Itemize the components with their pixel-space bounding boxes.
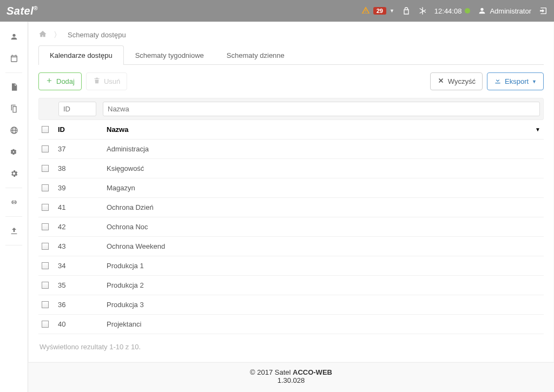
nav-users[interactable] (0, 26, 28, 48)
unlock-icon[interactable] (402, 6, 411, 15)
calendar-icon (10, 54, 18, 63)
status-dot-icon (465, 8, 470, 14)
table-row[interactable]: 36Produkcja 3 (38, 295, 544, 315)
row-name: Produkcja 2 (107, 281, 540, 289)
add-button-label: Dodaj (56, 77, 75, 85)
table-row[interactable]: 43Ochrona Weekend (38, 237, 544, 256)
row-checkbox[interactable] (42, 301, 49, 308)
row-name: Projektanci (107, 320, 540, 328)
breadcrumb-current: Schematy dostępu (68, 31, 126, 39)
row-id: 37 (58, 145, 107, 153)
breadcrumb-separator: 〉 (54, 30, 61, 40)
table-row[interactable]: 40Projektanci (38, 315, 544, 334)
logo: Satel® (6, 5, 38, 17)
nav-globe[interactable] (0, 119, 28, 141)
tab-weekly[interactable]: Schematy tygodniowe (124, 45, 215, 65)
nav-divider (5, 216, 22, 217)
close-icon (437, 77, 445, 86)
column-id[interactable]: ID (58, 125, 107, 134)
row-name: Księgowość (107, 164, 540, 172)
topbar: Satel® 29 ▼ 12:44:08 Administrator (0, 0, 554, 22)
table-row[interactable]: 42Ochrona Noc (38, 217, 544, 237)
nav-divider (5, 245, 22, 245)
link-icon (10, 198, 18, 207)
row-id: 35 (58, 281, 107, 289)
footer-copyright: © 2017 Satel (250, 368, 293, 376)
snowflake-icon[interactable] (418, 6, 427, 15)
nav-upload[interactable] (0, 220, 28, 242)
row-id: 36 (58, 301, 107, 309)
export-button-label: Eksport (505, 77, 529, 85)
user-menu[interactable]: Administrator (478, 6, 531, 15)
results-summary: Wyświetlono rezultaty 1-10 z 10. (39, 343, 543, 351)
row-checkbox[interactable] (42, 145, 49, 152)
row-id: 43 (58, 242, 107, 250)
clock-time: 12:44:08 (434, 7, 471, 15)
row-id: 38 (58, 164, 107, 172)
row-checkbox[interactable] (42, 184, 49, 191)
table-row[interactable]: 39Magazyn (38, 178, 544, 198)
user-icon (10, 32, 18, 41)
globe-icon (10, 126, 18, 135)
warning-indicator[interactable]: 29 ▼ (361, 6, 394, 16)
tabs: Kalendarze dostępu Schematy tygodniowe S… (38, 45, 544, 65)
plus-icon (45, 77, 53, 86)
upload-icon (10, 227, 18, 235)
nav-copy[interactable] (0, 98, 28, 119)
clear-button[interactable]: Wyczyść (430, 72, 483, 90)
export-button[interactable]: Eksport ▼ (487, 72, 544, 90)
column-name[interactable]: Nazwa (107, 125, 535, 134)
breadcrumb: 〉 Schematy dostępu (38, 30, 544, 40)
row-id: 42 (58, 223, 107, 231)
delete-button-label: Usuń (104, 77, 120, 85)
nav-settings[interactable] (0, 163, 28, 184)
filter-id-input[interactable] (58, 102, 96, 116)
row-name: Produkcja 3 (107, 301, 540, 309)
footer: © 2017 Satel ACCO-WEB 1.30.028 (28, 362, 554, 392)
row-id: 40 (58, 320, 107, 328)
nav-calendars[interactable] (0, 48, 28, 69)
table-row[interactable]: 35Produkcja 2 (38, 276, 544, 295)
logout-button[interactable] (539, 6, 548, 15)
add-button[interactable]: Dodaj (38, 72, 82, 90)
row-checkbox[interactable] (42, 321, 49, 328)
table-row[interactable]: 38Księgowość (38, 159, 544, 178)
table: ID Nazwa ▼ 37Administracja38Księgowość39… (38, 120, 544, 334)
gear-icon (10, 169, 18, 178)
sort-indicator-icon[interactable]: ▼ (535, 127, 540, 132)
tab-calendars[interactable]: Kalendarze dostępu (38, 45, 124, 65)
table-row[interactable]: 41Ochrona Dzień (38, 198, 544, 217)
table-row[interactable]: 34Produkcja 1 (38, 256, 544, 276)
nav-gears[interactable] (0, 141, 28, 163)
notifications-badge: 29 (373, 7, 386, 15)
row-checkbox[interactable] (42, 282, 49, 289)
row-name: Magazyn (107, 184, 540, 192)
table-header: ID Nazwa ▼ (38, 120, 544, 139)
nav-divider (5, 188, 22, 188)
nav-link[interactable] (0, 191, 28, 213)
toolbar: Dodaj Usuń Wyczyść Eksport ▼ (38, 72, 544, 90)
row-checkbox[interactable] (42, 204, 49, 211)
warning-icon (361, 6, 370, 16)
logout-icon (539, 6, 548, 15)
row-id: 41 (58, 203, 107, 211)
filter-name-input[interactable] (103, 102, 540, 116)
row-id: 39 (58, 184, 107, 192)
table-row[interactable]: 37Administracja (38, 139, 544, 159)
copy-icon (10, 104, 18, 113)
select-all-checkbox[interactable] (42, 126, 49, 133)
row-checkbox[interactable] (42, 243, 49, 250)
clear-button-label: Wyczyść (448, 77, 476, 85)
nav-documents[interactable] (0, 76, 28, 98)
row-checkbox[interactable] (42, 165, 49, 172)
row-id: 34 (58, 262, 107, 270)
footer-brand: ACCO-WEB (293, 368, 332, 376)
row-name: Ochrona Noc (107, 223, 540, 231)
row-checkbox[interactable] (42, 223, 49, 230)
home-icon[interactable] (38, 30, 47, 40)
row-name: Ochrona Dzień (107, 203, 540, 211)
filter-row (38, 98, 544, 120)
caret-down-icon: ▼ (390, 8, 394, 14)
row-checkbox[interactable] (42, 262, 49, 269)
tab-daily[interactable]: Schematy dzienne (215, 45, 296, 65)
